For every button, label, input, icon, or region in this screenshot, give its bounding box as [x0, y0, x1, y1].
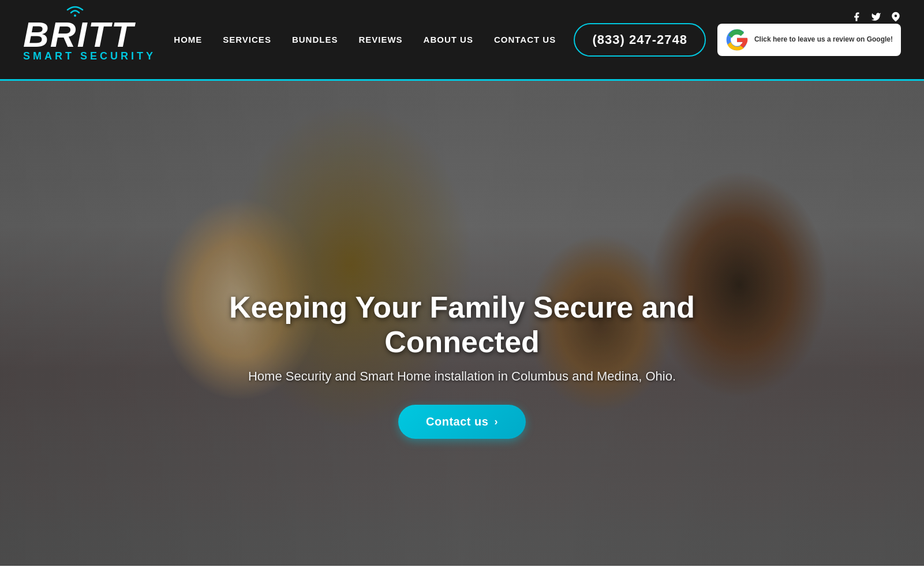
contact-us-button[interactable]: Contact us › [398, 405, 526, 439]
logo-area[interactable]: BRITT SMART SECURITY [23, 17, 156, 62]
google-g-icon [725, 28, 749, 51]
logo-brand: BRITT [23, 17, 134, 53]
nav-bundles[interactable]: BUNDLES [292, 35, 338, 44]
location-icon[interactable] [891, 12, 901, 25]
hero-title: Keeping Your Family Secure and Connected [203, 290, 722, 360]
twitter-icon[interactable] [871, 12, 881, 25]
social-icons-bar [851, 12, 901, 25]
nav-contact[interactable]: CONTACT US [494, 35, 556, 44]
facebook-icon[interactable] [851, 12, 862, 25]
site-header: BRITT SMART SECURITY HOME SERVICES BUNDL… [0, 0, 924, 81]
contact-btn-label: Contact us [426, 415, 488, 428]
nav-about[interactable]: ABOUT US [424, 35, 473, 44]
main-nav: HOME SERVICES BUNDLES REVIEWS ABOUT US C… [156, 35, 574, 44]
phone-button[interactable]: (833) 247-2748 [574, 23, 705, 57]
nav-services[interactable]: SERVICES [223, 35, 271, 44]
header-actions: (833) 247-2748 Click here to leave us a … [574, 23, 901, 57]
hero-subtitle: Home Security and Smart Home installatio… [203, 369, 722, 384]
contact-btn-arrow: › [494, 416, 498, 428]
svg-point-0 [895, 14, 897, 17]
google-review-text: Click here to leave us a review on Googl… [754, 35, 893, 44]
nav-home[interactable]: HOME [174, 35, 202, 44]
google-review-badge[interactable]: Click here to leave us a review on Googl… [717, 24, 901, 56]
hero-content: Keeping Your Family Secure and Connected… [203, 290, 722, 439]
nav-reviews[interactable]: REVIEWS [358, 35, 402, 44]
hero-section: Keeping Your Family Secure and Connected… [0, 81, 924, 566]
